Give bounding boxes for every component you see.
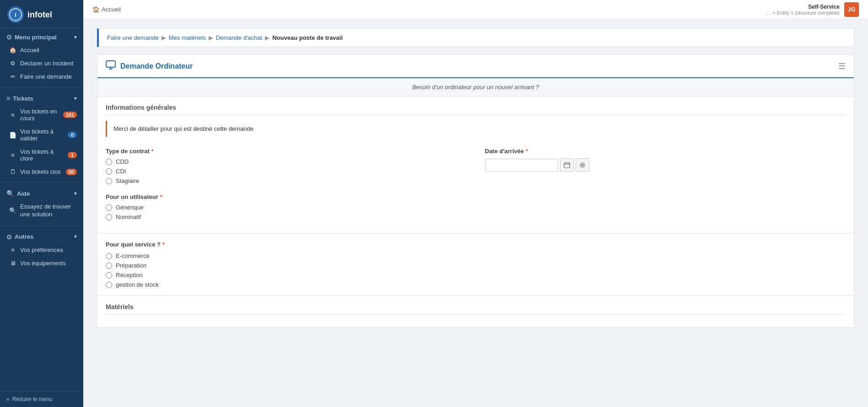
radio-cdi-input[interactable] bbox=[106, 168, 112, 175]
svg-rect-5 bbox=[564, 163, 570, 168]
date-arrivee-input[interactable] bbox=[485, 159, 558, 172]
radio-nominatif-input[interactable] bbox=[106, 214, 112, 220]
date-input-group bbox=[485, 158, 846, 172]
sidebar-item-declarer-incident[interactable]: ⚙ Déclarer un Incident bbox=[0, 57, 83, 70]
badge-tickets-a-valider: 0 bbox=[68, 132, 77, 138]
user-avatar[interactable]: JG bbox=[844, 2, 859, 17]
topbar: 🏠 Accueil Self-Service .... > Entity 1 (… bbox=[83, 0, 868, 19]
aide-section-icon: 🔍 bbox=[6, 190, 14, 197]
demande-icon: ✏ bbox=[9, 73, 16, 80]
radio-stagiaire[interactable]: Stagiaire bbox=[106, 177, 467, 184]
page-breadcrumb: Faire une demande ▶ Mes matériels ▶ Dema… bbox=[97, 28, 854, 47]
topbar-right: Self-Service .... > Entity 1 (structure … bbox=[766, 2, 859, 17]
section-informations-generales: Informations générales Merci de détaille… bbox=[97, 96, 854, 234]
logo-icon: i bbox=[7, 6, 24, 23]
radio-preparation-input[interactable] bbox=[106, 262, 112, 269]
radio-gestion-stock-input[interactable] bbox=[106, 282, 112, 288]
alert-text: Merci de détailler pour qui est destiné … bbox=[113, 125, 253, 132]
bc-faire-demande[interactable]: Faire une demande bbox=[107, 34, 159, 41]
sidebar-item-tickets-en-cours[interactable]: ≡ Vos tickets en cours 181 bbox=[0, 105, 83, 125]
tickets-section-icon: ≡ bbox=[6, 95, 10, 102]
bc-sep-1: ▶ bbox=[162, 34, 166, 41]
radio-reception-input[interactable] bbox=[106, 272, 112, 278]
section-menu-principal: ⊙ Menu principal ▾ 🏠 Accueil ⚙ Déclarer … bbox=[0, 28, 83, 85]
type-contrat-group: Type de contrat * CDD CDI bbox=[106, 148, 467, 184]
section-header-menu-principal[interactable]: ⊙ Menu principal ▾ bbox=[0, 30, 83, 43]
section-service: Pour quel service ? * E-commerce Prépara… bbox=[97, 234, 854, 296]
radio-gestion-stock[interactable]: gestion de stock bbox=[106, 281, 846, 288]
content-area: Faire une demande ▶ Mes matériels ▶ Dema… bbox=[83, 19, 868, 407]
utilisateur-section: Pour un utilisateur * Générique Nominati… bbox=[106, 190, 846, 226]
incident-icon: ⚙ bbox=[9, 60, 16, 67]
clear-date-icon-btn[interactable] bbox=[576, 158, 589, 172]
sidebar-item-tickets-a-valider[interactable]: 📄 Vos tickets à valider 0 bbox=[0, 125, 83, 145]
chevron-down-icon-autres: ▾ bbox=[74, 234, 77, 240]
tickets-clore-icon: ≡ bbox=[9, 152, 16, 159]
section-materiels: Matériels bbox=[97, 296, 854, 327]
required-star-service: * bbox=[162, 241, 165, 248]
sidebar-item-accueil[interactable]: 🏠 Accueil bbox=[0, 43, 83, 57]
autres-section-icon: ⊙ bbox=[6, 233, 12, 241]
monitor-icon bbox=[106, 60, 116, 72]
sidebar-item-preferences[interactable]: ≡ Vos préférences bbox=[0, 243, 83, 257]
radio-preparation[interactable]: Préparation bbox=[106, 262, 846, 269]
tickets-clos-icon: 🗒 bbox=[9, 168, 16, 175]
radio-cdd[interactable]: CDD bbox=[106, 158, 467, 165]
bc-sep-2: ▶ bbox=[209, 34, 213, 41]
section-tickets: ≡ Tickets ▾ ≡ Vos tickets en cours 181 📄… bbox=[0, 89, 83, 180]
radio-generique-input[interactable] bbox=[106, 204, 112, 211]
bc-sep-3: ▶ bbox=[265, 34, 270, 41]
solution-icon: 🔍 bbox=[9, 207, 16, 214]
form-card-header: Demande Ordinateur ☰ bbox=[97, 55, 854, 78]
sidebar-item-tickets-a-clore[interactable]: ≡ Vos tickets à clore 1 bbox=[0, 145, 83, 165]
badge-tickets-en-cours: 181 bbox=[63, 112, 77, 118]
radio-generique[interactable]: Générique bbox=[106, 204, 846, 211]
bc-current: Nouveau poste de travail bbox=[272, 34, 343, 41]
radio-cdd-input[interactable] bbox=[106, 159, 112, 165]
sidebar-logo: i infotel bbox=[0, 0, 83, 28]
required-star-date: * bbox=[526, 148, 528, 155]
chevron-down-icon-tickets: ▾ bbox=[74, 96, 77, 102]
radio-nominatif[interactable]: Nominatif bbox=[106, 214, 846, 220]
svg-rect-2 bbox=[106, 61, 115, 67]
date-arrivee-label: Date d'arrivée * bbox=[485, 148, 846, 155]
chevron-down-icon-aide: ▾ bbox=[74, 191, 77, 197]
date-arrivee-group: Date d'arrivée * bbox=[485, 148, 846, 184]
service-radio-group: E-commerce Préparation Réception gestion… bbox=[106, 252, 846, 288]
badge-tickets-clos: 50 bbox=[66, 169, 77, 175]
section-header-autres[interactable]: ⊙ Autres ▾ bbox=[0, 230, 83, 243]
reduce-menu-button[interactable]: « Réduire le menu bbox=[0, 391, 83, 407]
utilisateur-radio-group: Générique Nominatif bbox=[106, 204, 846, 220]
sidebar-item-equipements[interactable]: 🖥 Vos équipements bbox=[0, 257, 83, 270]
form-title: Demande Ordinateur bbox=[106, 60, 193, 72]
bc-mes-materiels[interactable]: Mes matériels bbox=[169, 34, 206, 41]
equipements-icon: 🖥 bbox=[9, 260, 16, 267]
radio-cdi[interactable]: CDI bbox=[106, 168, 467, 175]
sidebar: i infotel ⊙ Menu principal ▾ 🏠 Accueil ⚙… bbox=[0, 0, 83, 407]
form-alert: Merci de détailler pour qui est destiné … bbox=[106, 121, 846, 137]
form-title-text: Demande Ordinateur bbox=[120, 62, 193, 70]
calendar-icon-btn[interactable] bbox=[560, 158, 574, 172]
preferences-icon: ≡ bbox=[9, 246, 16, 253]
radio-ecommerce[interactable]: E-commerce bbox=[106, 252, 846, 259]
user-role: Self-Service bbox=[766, 4, 840, 10]
section-header-tickets[interactable]: ≡ Tickets ▾ bbox=[0, 91, 83, 105]
topbar-home-label[interactable]: Accueil bbox=[102, 6, 121, 13]
sidebar-item-trouver-solution[interactable]: 🔍 Essayez de trouver une solution bbox=[0, 200, 83, 222]
logo-text: infotel bbox=[27, 10, 52, 20]
menu-icon[interactable]: ☰ bbox=[838, 61, 846, 71]
radio-ecommerce-input[interactable] bbox=[106, 253, 112, 259]
required-star-utilisateur: * bbox=[160, 193, 162, 200]
chevron-down-icon: ▾ bbox=[74, 34, 77, 40]
radio-reception[interactable]: Réception bbox=[106, 272, 846, 278]
section-header-aide[interactable]: 🔍 Aide ▾ bbox=[0, 186, 83, 200]
section-generales-title: Informations générales bbox=[106, 104, 846, 115]
bc-demande-achat[interactable]: Demande d'achat bbox=[216, 34, 263, 41]
sidebar-item-faire-demande[interactable]: ✏ Faire une demande bbox=[0, 70, 83, 83]
utilisateur-label: Pour un utilisateur * bbox=[106, 193, 846, 200]
tickets-valider-icon: 📄 bbox=[9, 132, 16, 139]
svg-text:i: i bbox=[15, 11, 16, 18]
sidebar-item-tickets-clos[interactable]: 🗒 Vos tickets clos 50 bbox=[0, 165, 83, 178]
radio-stagiaire-input[interactable] bbox=[106, 178, 112, 184]
form-row-contrat-date: Type de contrat * CDD CDI bbox=[106, 142, 846, 190]
